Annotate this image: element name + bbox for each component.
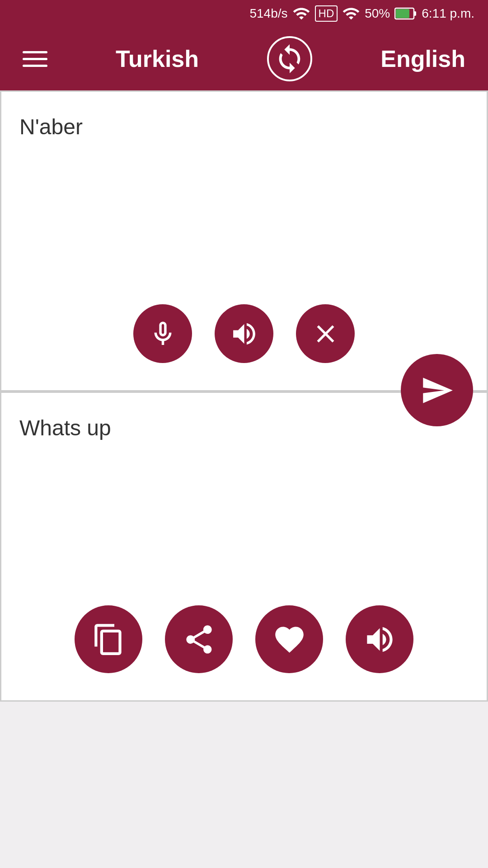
favorite-button[interactable] [255,605,323,673]
app-header: Turkish English [0,27,488,90]
heart-icon [272,623,306,656]
status-icons: 514b/s HD 50% 6:11 p.m. [249,5,474,23]
time: 6:11 p.m. [422,6,474,21]
close-icon [311,319,340,349]
translate-button[interactable] [401,354,473,426]
wifi-icon [292,5,310,23]
swap-languages-button[interactable] [267,36,312,81]
clear-button[interactable] [296,304,355,363]
target-language[interactable]: English [380,45,465,72]
main-content: N'aber [0,90,488,702]
copy-icon [92,623,126,656]
swap-icon [274,43,305,75]
share-button[interactable] [165,605,233,673]
input-box: N'aber [0,90,488,392]
svg-rect-2 [396,9,409,18]
send-icon [420,373,454,407]
battery-icon [394,7,417,20]
source-language[interactable]: Turkish [116,45,199,72]
network-speed: 514b/s [249,6,287,21]
output-box: Whats up [0,392,488,702]
menu-button[interactable] [23,51,47,67]
output-text: Whats up [19,411,469,592]
battery-level: 50% [365,6,390,21]
output-buttons [19,592,469,682]
input-text[interactable]: N'aber [19,110,469,291]
svg-rect-1 [414,11,416,16]
copy-button[interactable] [75,605,142,673]
microphone-icon [148,319,178,349]
speaker-icon [230,319,259,349]
speaker-button-output[interactable] [346,605,413,673]
status-bar: 514b/s HD 50% 6:11 p.m. [0,0,488,27]
speaker-output-icon [363,623,397,656]
share-icon [182,623,216,656]
translate-button-container [401,354,473,426]
signal-icon [342,5,360,23]
speaker-button-input[interactable] [215,304,273,363]
hd-badge: HD [315,5,338,22]
microphone-button[interactable] [133,304,192,363]
